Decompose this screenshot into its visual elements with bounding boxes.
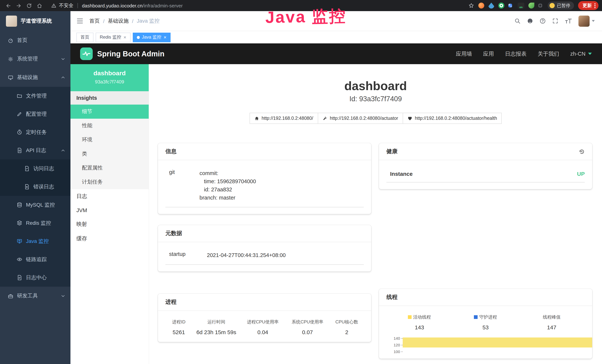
forward-icon[interactable] xyxy=(14,1,23,10)
daemon-threads-value: 53 xyxy=(452,324,519,331)
history-icon[interactable] xyxy=(579,149,585,154)
daemon-threads-header: 守护进程 xyxy=(452,314,519,321)
sidebar-item-file-management[interactable]: 文件管理 xyxy=(0,87,70,105)
tags-view: 首页 Redis 监控× Java 监控× xyxy=(70,31,602,43)
drop-extension-icon[interactable] xyxy=(488,3,494,9)
close-icon[interactable]: × xyxy=(123,35,126,40)
on-switch-extension-icon[interactable]: on xyxy=(518,3,524,9)
github-icon[interactable] xyxy=(527,18,533,24)
chevron-down-icon xyxy=(61,294,65,298)
bookmark-star-icon[interactable] xyxy=(468,3,474,9)
infrastructure-submenu: 文件管理 配置管理 定时任务 API 日志 访问日志 xyxy=(0,87,70,287)
breadcrumb-current: Java 监控 xyxy=(137,18,160,24)
service-url-link[interactable]: http://192.168.0.2:48080/ xyxy=(249,113,318,124)
process-col-header: 进程ID xyxy=(165,319,192,325)
sba-nav-wallboard[interactable]: 应用墙 xyxy=(456,50,472,57)
service-url-label: http://192.168.0.2:48080/ xyxy=(262,116,313,121)
locale-select[interactable]: zh-CN xyxy=(570,51,592,57)
blue-legend-swatch xyxy=(474,315,478,319)
sidebar-item-system[interactable]: 系统管理 xyxy=(0,50,70,68)
sidebar-item-java-monitor[interactable]: Java 监控 xyxy=(0,232,70,250)
sba-nav-applications[interactable]: 应用 xyxy=(483,50,494,57)
sidebar-fold-icon[interactable] xyxy=(76,17,83,24)
sidebar-item-access-logs[interactable]: 访问日志 xyxy=(0,160,70,178)
sidebar-item-infrastructure[interactable]: 基础设施 xyxy=(0,68,70,87)
process-col-header: 系统CPU使用率 xyxy=(285,319,330,325)
sba-item-metrics[interactable]: 性能 xyxy=(70,119,149,133)
sba-item-mappings[interactable]: 映射 xyxy=(70,217,149,231)
document-icon xyxy=(16,147,22,153)
reload-icon[interactable] xyxy=(24,1,33,10)
search-icon[interactable] xyxy=(514,18,521,24)
update-button-label: 更新 xyxy=(582,2,592,9)
breadcrumb-home[interactable]: 首页 xyxy=(89,18,100,24)
instance-name: dashboard xyxy=(74,70,146,77)
leaf-extension-icon[interactable] xyxy=(528,3,534,9)
fox-extension-icon[interactable] xyxy=(478,3,484,9)
user-menu[interactable] xyxy=(579,15,595,27)
url-host: dashboard.yudao.iocoder.cn xyxy=(82,3,143,8)
tab-home[interactable]: 首页 xyxy=(76,32,93,42)
sba-item-beans[interactable]: 类 xyxy=(70,147,149,161)
tab-label: Redis 监控 xyxy=(100,34,121,40)
sba-main: dashboard Id: 93a3fc7f7409 http://192.16… xyxy=(149,64,602,364)
metadata-card-title: 元数据 xyxy=(165,230,182,237)
back-icon[interactable] xyxy=(4,1,13,10)
instance-header[interactable]: dashboard 93a3fc7f7409 xyxy=(70,64,149,91)
actuator-url-link[interactable]: http://192.168.0.2:48080/actuator xyxy=(318,113,403,124)
process-uptime: 6d 23h 15m 59s xyxy=(192,329,240,335)
metadata-key: startup xyxy=(165,251,207,259)
sba-item-logs[interactable]: 日志 xyxy=(70,189,149,203)
chevron-up-icon xyxy=(61,148,65,153)
tab-redis-monitor[interactable]: Redis 监控× xyxy=(96,32,130,42)
sidebar-item-redis-monitor[interactable]: Redis 监控 xyxy=(0,214,70,232)
tab-java-monitor[interactable]: Java 监控× xyxy=(133,32,171,42)
app-sidebar: 芋道管理系统 首页 系统管理 基础设施 文件管理 xyxy=(0,11,70,364)
sba-item-details[interactable]: 细节 xyxy=(70,105,149,119)
update-button[interactable]: 更新 xyxy=(578,1,599,10)
puzzle-extension-icon[interactable] xyxy=(538,4,542,7)
sba-brand-title[interactable]: Spring Boot Admin xyxy=(97,50,164,58)
spring-boot-admin-logo[interactable] xyxy=(80,47,93,60)
wrench-icon xyxy=(322,116,327,121)
sba-nav-about[interactable]: 关于我们 xyxy=(538,50,559,57)
sidebar-item-dev-tools[interactable]: 研发工具 xyxy=(0,287,70,305)
font-size-icon[interactable] xyxy=(565,18,572,24)
sba-item-scheduled-tasks[interactable]: 计划任务 xyxy=(70,175,149,189)
sidebar-item-mysql-monitor[interactable]: MySQL 监控 xyxy=(0,196,70,214)
sidebar-item-label: 研发工具 xyxy=(17,293,38,299)
sidebar-item-log-center[interactable]: 日志中心 xyxy=(0,268,70,287)
layers-icon xyxy=(16,220,22,226)
browser-home-icon[interactable] xyxy=(35,1,44,10)
instance-subtitle: Id: 93a3fc7f7409 xyxy=(149,95,602,103)
address-bar[interactable]: 不安全 dashboard.yudao.iocoder.cn/infra/adm… xyxy=(51,2,183,9)
grid-extension-icon[interactable] xyxy=(508,4,512,7)
sba-item-jvm[interactable]: JVM xyxy=(70,203,149,217)
detail-cards: 信息 git commit: time: 1596289704000 id: 2… xyxy=(149,124,602,359)
sidebar-item-api-logs[interactable]: API 日志 xyxy=(0,141,70,160)
sidebar-item-tracing[interactable]: 链路追踪 xyxy=(0,250,70,268)
instance-links: http://192.168.0.2:48080/ http://192.168… xyxy=(149,113,602,124)
folder-icon xyxy=(16,93,22,99)
health-card-title: 健康 xyxy=(386,148,398,155)
active-threads-area xyxy=(403,337,592,347)
sba-nav-journal[interactable]: 日志报表 xyxy=(505,50,527,57)
sidebar-item-config-management[interactable]: 配置管理 xyxy=(0,105,70,123)
spring-boot-admin-frame: Spring Boot Admin 应用墙 应用 日志报表 关于我们 zh-CN xyxy=(70,43,602,364)
green-extension-icon[interactable] xyxy=(498,3,504,9)
health-url-link[interactable]: http://192.168.0.2:48080/actuator/health xyxy=(402,113,502,124)
breadcrumb-infrastructure[interactable]: 基础设施 xyxy=(108,18,129,24)
sidebar-item-error-logs[interactable]: 错误日志 xyxy=(0,178,70,196)
timer-icon xyxy=(16,129,22,135)
sba-item-config-props[interactable]: 配置属性 xyxy=(70,161,149,175)
sba-item-environment[interactable]: 环境 xyxy=(70,133,149,147)
menu-dots-icon[interactable] xyxy=(594,3,595,8)
sba-item-caches[interactable]: 缓存 xyxy=(70,231,149,246)
sidebar-item-scheduled-tasks[interactable]: 定时任务 xyxy=(0,123,70,141)
help-icon[interactable] xyxy=(539,18,546,24)
app-logo-row[interactable]: 芋道管理系统 xyxy=(0,11,70,31)
paused-badge[interactable]: 已暂停 xyxy=(548,1,574,10)
close-icon[interactable]: × xyxy=(164,35,166,40)
fullscreen-icon[interactable] xyxy=(552,18,559,24)
sidebar-item-home[interactable]: 首页 xyxy=(0,31,70,50)
